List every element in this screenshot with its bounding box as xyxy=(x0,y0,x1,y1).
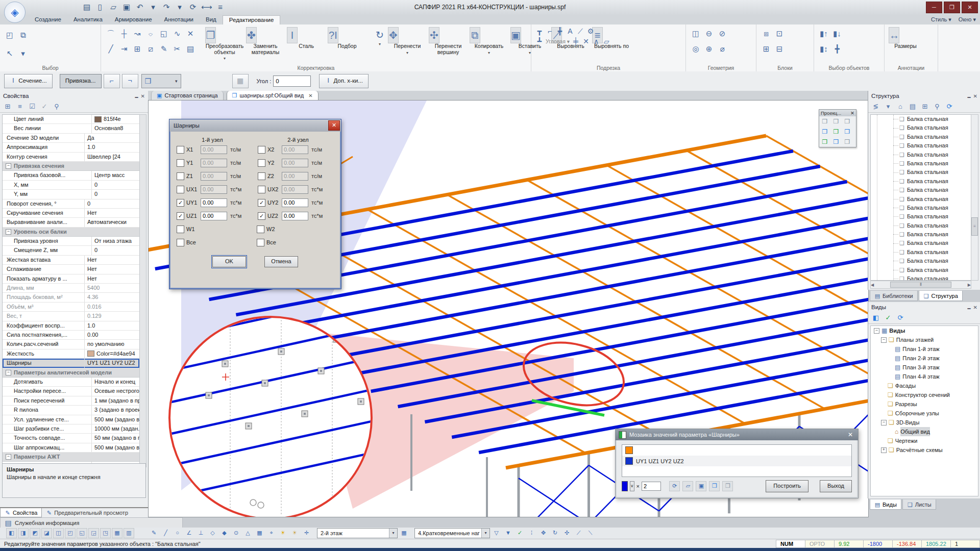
storey-combobox[interactable]: 2-й этаж▾ xyxy=(317,528,398,538)
mosaic-dialog-titlebar[interactable]: Мозаика значений параметра «Шарниры» ✕ xyxy=(616,429,858,440)
cut-contour-icon[interactable]: ⊘ xyxy=(716,27,729,40)
scissors-icon[interactable]: ✂ xyxy=(170,42,184,56)
refresh-icon[interactable]: ⟳ xyxy=(895,313,906,322)
replace-materials-button[interactable]: ✤Заменить материалы xyxy=(245,26,286,55)
proj-cube-icon-8[interactable]: ❒ xyxy=(830,137,842,147)
input-z2[interactable] xyxy=(282,172,308,181)
cube-gray-icon[interactable]: ❒ xyxy=(722,481,733,491)
property-row[interactable]: Настройки пересе...Осевые нестрого ... xyxy=(3,387,139,396)
angle-input[interactable] xyxy=(273,76,311,87)
input-x2[interactable] xyxy=(282,145,308,154)
input-ux1[interactable] xyxy=(201,185,227,194)
structure-item[interactable]: ❑Балка стальная xyxy=(871,159,971,168)
app-logo[interactable]: ◈ xyxy=(4,2,26,23)
tab-создание[interactable]: Создание xyxy=(29,15,67,24)
viewport-preset-icon-4[interactable]: ◪ xyxy=(41,528,52,538)
remove-block-icon[interactable]: ⊟ xyxy=(773,42,786,56)
property-row[interactable]: X, мм0 xyxy=(3,181,139,190)
views-tree-item[interactable]: ⌂Общий вид xyxy=(871,427,978,436)
tab-листы[interactable]: ❑Листы xyxy=(902,499,936,510)
views-tree-item[interactable]: ▤План 1-й этаж xyxy=(871,344,978,354)
view-cube-dropdown[interactable]: ❒▾ xyxy=(141,74,181,88)
pencil-icon[interactable]: ✎ xyxy=(149,528,159,538)
tab-библиотеки[interactable]: ▤Библиотеки xyxy=(870,291,918,301)
intersect-icon[interactable]: ◎ xyxy=(689,42,702,56)
select-above-icon[interactable]: ▮↑ xyxy=(817,27,830,40)
structure-item[interactable]: ❑Балка стальная xyxy=(871,141,971,150)
structure-item[interactable]: ❑Балка стальная xyxy=(871,248,971,257)
mosaic-row[interactable] xyxy=(622,445,851,456)
snap-node-icon[interactable]: △ xyxy=(242,528,253,538)
slope-trim-icon[interactable]: ⟋ xyxy=(575,26,585,36)
structure-item[interactable]: ❑Балка стальная xyxy=(871,186,971,194)
collapse-icon[interactable]: − xyxy=(6,163,11,169)
property-row[interactable]: Сила постнатяжения,...0.00 xyxy=(3,331,139,340)
close-panel-icon[interactable]: ✕ xyxy=(973,305,977,310)
structure-item[interactable]: ❑Балка стальная xyxy=(871,177,971,186)
structure-item[interactable]: ❑Балка стальная xyxy=(871,168,971,177)
viewport-preset-icon-7[interactable]: ◱ xyxy=(77,528,87,538)
table-icon[interactable]: ▤ xyxy=(184,42,197,56)
select-dropdown-icon[interactable]: ▾ xyxy=(16,47,30,60)
tab-preview[interactable]: ✎Предварительный просмотр xyxy=(42,508,132,517)
snap-center-icon[interactable]: ⊙ xyxy=(231,528,241,538)
property-row[interactable]: Скручивание сеченияНет xyxy=(3,209,139,218)
perpendicular-icon[interactable]: ⊥ xyxy=(195,528,206,538)
apply-check-icon[interactable]: ✓ xyxy=(883,313,894,322)
pin-icon[interactable]: 🗕 xyxy=(966,305,971,310)
corner-join-icon[interactable]: ⌐ xyxy=(545,26,555,36)
close-button[interactable]: ✕ xyxy=(962,2,978,13)
property-row[interactable]: R пилона3 (задано в проек... xyxy=(3,406,139,415)
tab-аннотации[interactable]: Аннотации xyxy=(158,15,200,24)
service-info-bar[interactable]: ▤ Служебная информация xyxy=(0,517,183,529)
proj-cube-icon-4[interactable]: ❒ xyxy=(819,127,830,137)
viewport-preset-icon-6[interactable]: ◰ xyxy=(65,528,76,538)
structure-item[interactable]: ❑Балка стальная xyxy=(871,257,971,265)
checkbox-y2[interactable] xyxy=(258,159,265,167)
input-y2[interactable] xyxy=(282,159,308,167)
binoculars-icon[interactable]: ⚲ xyxy=(932,102,943,111)
move-node-icon[interactable]: ✣ xyxy=(561,528,572,538)
viewport-preset-icon-2[interactable]: ◨ xyxy=(18,528,29,538)
mosaic-row[interactable]: UY1 UZ1 UY2 UZ2 xyxy=(622,456,851,466)
dropdown-arrow-icon[interactable]: ▾ xyxy=(406,51,408,55)
structure-item[interactable]: ❑Балка стальная xyxy=(871,204,971,212)
property-row[interactable]: Выравнивание анали...Автоматически xyxy=(3,218,139,227)
proj-cube-icon-5[interactable]: ❒ xyxy=(830,127,842,137)
property-row[interactable]: Вес линииОсновная8 xyxy=(3,124,139,133)
views-tree-item[interactable]: ▤План 2-й этаж xyxy=(871,354,978,363)
property-row[interactable]: Поиск пересечений1 мм (задано в пр... xyxy=(3,396,139,406)
count-input[interactable] xyxy=(642,482,661,491)
break-icon[interactable]: ╱ xyxy=(104,42,117,56)
clip-icon[interactable]: ⟍ xyxy=(585,528,596,538)
checkbox-все[interactable] xyxy=(177,239,184,246)
views-tree-item[interactable]: ❏Конструктор сечений xyxy=(871,390,978,399)
views-tree-item[interactable]: ❏Чертежи xyxy=(871,436,978,445)
current-color-swatch[interactable] xyxy=(622,481,628,491)
structure-item[interactable]: ❑Балка стальная xyxy=(871,123,971,132)
trim-settings-icon[interactable]: ⚙ xyxy=(585,26,596,36)
smooth-icon[interactable]: ∿ xyxy=(170,27,184,40)
snap-grid-icon[interactable]: ▦ xyxy=(254,528,265,538)
cancel-button[interactable]: Отмена xyxy=(264,256,298,267)
sort-icon[interactable]: ≶ xyxy=(870,102,881,111)
property-row[interactable]: Привязка базовой...Центр масс xyxy=(3,171,139,180)
property-row[interactable]: Цвет линий815f4e xyxy=(3,115,139,124)
tab-аналитика[interactable]: Аналитика xyxy=(67,15,109,24)
snap-end-icon[interactable]: ◇ xyxy=(207,528,218,538)
proj-cube-icon-9[interactable]: ❒ xyxy=(842,137,853,147)
minimize-button[interactable]: ─ xyxy=(926,2,942,13)
collapse-icon[interactable]: − xyxy=(874,328,879,334)
structure-hscrollbar[interactable]: ◀⦀▶ xyxy=(870,281,971,289)
proj-cube-icon-2[interactable]: ❒ xyxy=(830,116,842,127)
sort-arrow-icon[interactable]: ▾ xyxy=(883,102,894,111)
property-row[interactable]: Y, мм0 xyxy=(3,190,139,199)
close-panel-icon[interactable]: ✕ xyxy=(973,93,977,99)
rebuild-icon[interactable]: ⟳ xyxy=(669,481,680,491)
views-tree-item[interactable]: ❏Сборочные узлы xyxy=(871,409,978,418)
checkbox-w2[interactable] xyxy=(257,226,264,233)
views-tree-item[interactable]: −❏Планы этажей xyxy=(871,335,978,344)
ok-button[interactable]: OK xyxy=(212,256,246,267)
property-row[interactable]: Поворот сечения, °0 xyxy=(3,199,139,209)
checkbox-x2[interactable] xyxy=(258,146,265,154)
